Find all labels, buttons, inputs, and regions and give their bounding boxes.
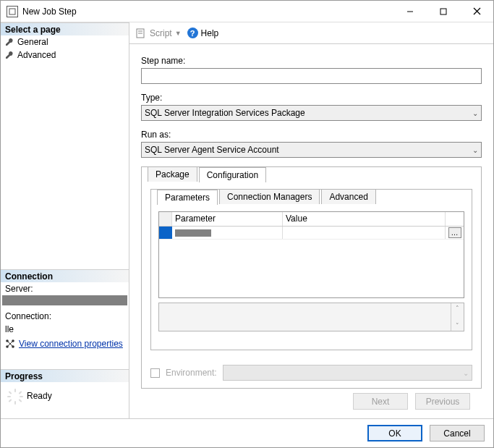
maximize-icon — [440, 8, 447, 15]
inner-tabstrip: Parameters Connection Managers Advanced — [157, 189, 378, 204]
tab-label: Configuration — [207, 170, 258, 180]
minimize-icon — [406, 8, 414, 15]
scroll-up-icon: ˄ — [456, 305, 459, 312]
dialog-window: New Job Step Select a page General Advan… — [0, 0, 494, 448]
tab-connection-managers[interactable]: Connection Managers — [219, 189, 320, 204]
script-icon — [135, 28, 147, 39]
environment-row: Environment: ⌄ — [150, 365, 472, 381]
tab-label: Advanced — [329, 192, 367, 202]
grid-header-tail — [446, 212, 464, 226]
minimize-button[interactable] — [393, 1, 427, 22]
next-button[interactable]: Next — [353, 393, 408, 410]
type-label: Type: — [141, 93, 482, 103]
step-nav-buttons: Next Previous — [141, 389, 482, 413]
maximize-button[interactable] — [427, 1, 460, 22]
wrench-icon — [5, 38, 14, 46]
col-parameter[interactable]: Parameter — [172, 212, 283, 226]
tab-configuration[interactable]: Configuration — [199, 167, 266, 182]
page-label: General — [17, 37, 48, 47]
outer-tabstrip: Package Configuration — [148, 166, 268, 182]
ssis-tabs: Package Configuration Parameters Connect… — [141, 166, 482, 389]
titlebar: New Job Step — [1, 1, 493, 22]
col-value[interactable]: Value — [283, 212, 446, 226]
cell-parameter[interactable] — [172, 227, 283, 239]
grid-row[interactable]: … — [159, 227, 464, 240]
sidebar: Select a page General Advanced Connectio… — [1, 22, 129, 418]
cell-value[interactable] — [283, 227, 446, 239]
svg-rect-14 — [20, 396, 23, 397]
svg-rect-15 — [9, 391, 12, 394]
ellipsis-button[interactable]: … — [448, 227, 461, 238]
view-connection-row: View connection properties — [1, 336, 129, 352]
progress-row: Ready — [1, 382, 129, 405]
page-label: Advanced — [17, 50, 56, 60]
tab-label: Connection Managers — [227, 192, 312, 202]
select-page-header: Select a page — [1, 22, 129, 35]
button-label: Cancel — [443, 428, 470, 439]
button-label: Previous — [426, 397, 460, 407]
previous-button[interactable]: Previous — [415, 393, 470, 410]
view-connection-link[interactable]: View connection properties — [19, 339, 123, 349]
tab-package[interactable]: Package — [148, 166, 197, 182]
ok-button[interactable]: OK — [367, 425, 422, 441]
type-value: SQL Server Integration Services Package — [145, 108, 305, 118]
parameters-grid: Parameter Value — [158, 211, 464, 298]
dialog-body: Select a page General Advanced Connectio… — [1, 22, 493, 418]
tab-label: Parameters — [165, 193, 210, 203]
connection-header: Connection — [1, 269, 129, 282]
chevron-down-icon: ⌄ — [472, 109, 478, 117]
main-panel: Script ▼ ? Help Step name: Type: SQL Ser… — [129, 22, 493, 418]
environment-checkbox[interactable] — [150, 368, 160, 378]
svg-rect-16 — [19, 399, 22, 402]
svg-rect-2 — [440, 9, 446, 14]
server-value-redacted — [2, 295, 127, 305]
config-inner-panel: Parameters Connection Managers Advanced … — [150, 189, 472, 350]
connection-value: lle — [1, 323, 129, 336]
cell-actions: … — [446, 227, 464, 239]
window-buttons — [393, 1, 493, 22]
run-as-combo[interactable]: SQL Server Agent Service Account ⌄ — [141, 142, 482, 158]
step-name-input[interactable] — [141, 68, 482, 84]
row-selector[interactable] — [159, 227, 172, 239]
cancel-button[interactable]: Cancel — [430, 425, 485, 441]
spinner-icon — [7, 388, 24, 405]
form-area: Step name: Type: SQL Server Integration … — [129, 44, 493, 418]
tab-parameters[interactable]: Parameters — [157, 190, 218, 205]
help-button[interactable]: ? Help — [187, 28, 219, 38]
wrench-icon — [5, 51, 14, 59]
button-label: OK — [388, 428, 401, 439]
window-title: New Job Step — [22, 7, 393, 17]
grid-header-corner — [159, 212, 172, 226]
progress-header: Progress — [1, 369, 129, 382]
script-label: Script — [150, 28, 172, 38]
dialog-footer: OK Cancel — [1, 418, 493, 447]
window-icon — [7, 6, 18, 17]
button-label: Next — [372, 397, 390, 407]
tab-label: Package — [156, 169, 189, 179]
preview-scrollbar[interactable]: ˄ ˅ — [451, 303, 464, 331]
network-icon — [5, 339, 15, 349]
server-label: Server: — [1, 282, 129, 295]
grid-header: Parameter Value — [159, 212, 464, 227]
help-label: Help — [201, 28, 219, 38]
svg-rect-11 — [14, 389, 16, 392]
preview-box: ˄ ˅ — [158, 303, 464, 331]
page-item-general[interactable]: General — [1, 35, 129, 48]
svg-rect-17 — [19, 391, 22, 394]
step-name-label: Step name: — [141, 56, 482, 66]
parameter-name-redacted — [175, 229, 211, 237]
scroll-down-icon: ˅ — [456, 322, 459, 329]
type-combo[interactable]: SQL Server Integration Services Package … — [141, 105, 482, 121]
run-as-value: SQL Server Agent Service Account — [145, 145, 279, 155]
run-as-label: Run as: — [141, 130, 482, 140]
script-dropdown[interactable]: Script ▼ — [135, 28, 182, 39]
svg-rect-18 — [9, 399, 12, 402]
chevron-down-icon: ⌄ — [463, 369, 469, 377]
connection-label: Connection: — [1, 310, 129, 323]
preview-text — [159, 303, 451, 331]
help-icon: ? — [187, 28, 198, 38]
tab-advanced-inner[interactable]: Advanced — [321, 189, 375, 204]
close-button[interactable] — [460, 1, 493, 22]
page-item-advanced[interactable]: Advanced — [1, 48, 129, 62]
environment-label: Environment: — [166, 368, 217, 378]
